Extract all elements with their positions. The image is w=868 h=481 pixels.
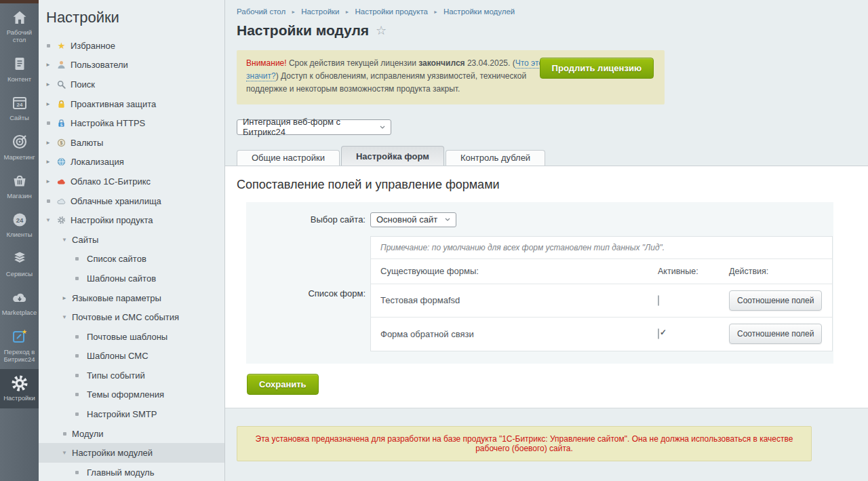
license-warning-text: Внимание! Срок действия текущей лицензии…	[246, 57, 561, 96]
gear-icon	[1, 374, 37, 392]
chevron-right-icon[interactable]: ►	[44, 140, 52, 146]
chevron-down-icon[interactable]: ▼	[60, 450, 68, 456]
sidebar-item-mail-sms-events[interactable]: ▼ Почтовые и СМС события	[39, 307, 224, 327]
form-name: Форма обратной связи	[380, 329, 658, 339]
rail-item-label: Marketplace	[2, 309, 37, 316]
sidebar-item-sms-templates[interactable]: Шаблоны СМС	[39, 347, 224, 366]
app-rail: Рабочий стол Контент 24 Сайты Маркетинг …	[0, 0, 39, 481]
sidebar-item-smtp-settings[interactable]: Настройки SMTP	[39, 404, 224, 424]
bullet-marker	[73, 374, 81, 377]
cloud-icon	[56, 197, 66, 206]
chevron-down-icon[interactable]: ▼	[60, 314, 68, 320]
rail-item-services[interactable]: Сервисы	[0, 245, 39, 284]
favorite-star-icon[interactable]: ☆	[376, 23, 387, 38]
home-icon	[1, 8, 37, 26]
sidebar-item-site-templates[interactable]: Шаблоны сайтов	[39, 269, 224, 288]
sidebar-item-https-settings[interactable]: S Настройка HTTPS	[39, 113, 224, 133]
chevron-down-icon[interactable]: ▼	[44, 217, 52, 223]
save-button[interactable]: Сохранить	[247, 374, 319, 395]
site-select[interactable]: Основной сайт	[370, 212, 456, 227]
sidebar-item-sites[interactable]: ▼ Сайты	[39, 230, 224, 250]
svg-text:S: S	[60, 123, 63, 127]
active-checkbox[interactable]	[658, 295, 659, 306]
section-title: Сопоставление полей и управление формами	[237, 178, 868, 192]
cloud-red-icon	[56, 177, 66, 186]
rail-item-sites[interactable]: 24 Сайты	[0, 89, 39, 128]
settings-sidebar: Настройки ★ Избранное ► Пользователи ► П…	[39, 0, 225, 481]
bullet-marker	[73, 412, 81, 416]
breadcrumb-link-desktop[interactable]: Рабочий стол	[237, 7, 285, 16]
bullet-marker	[44, 44, 52, 47]
svg-text:$: $	[60, 140, 63, 146]
svg-text:★: ★	[21, 328, 26, 335]
sidebar-item-language-params[interactable]: ► Языковые параметры	[39, 288, 224, 308]
bullet-marker	[73, 471, 81, 474]
field-mapping-button[interactable]: Соотношение полей	[729, 290, 822, 311]
bullet-marker	[73, 257, 81, 261]
tab-form-settings[interactable]: Настройка форм	[341, 146, 444, 166]
chevron-right-icon[interactable]: ►	[44, 159, 52, 165]
sidebar-item-localization[interactable]: ► Локализация	[39, 153, 224, 172]
rail-item-desktop[interactable]: Рабочий стол	[0, 3, 39, 50]
module-select[interactable]: Интеграция веб-форм с Битрикс24	[237, 119, 391, 135]
rail-item-label: Переход в Битрикс24	[3, 348, 35, 363]
sidebar-item-site-list[interactable]: Список сайтов	[39, 250, 224, 269]
rail-item-label: Рабочий стол	[7, 28, 32, 43]
sidebar-item-main-module[interactable]: Главный модуль	[39, 463, 224, 481]
sidebar-item-modules[interactable]: Модули	[39, 424, 224, 444]
sidebar-item-favorites[interactable]: ★ Избранное	[39, 36, 224, 56]
rail-item-marketplace[interactable]: Marketplace	[0, 284, 39, 322]
sidebar-item-themes[interactable]: Темы оформления	[39, 385, 224, 405]
chevron-right-icon[interactable]: ►	[60, 295, 68, 301]
rail-item-label: Магазин	[7, 192, 32, 199]
chevron-right-icon[interactable]: ►	[44, 81, 52, 88]
table-row: Форма обратной связи Соотношение полей	[371, 318, 832, 351]
chevron-down-icon[interactable]: ▼	[60, 237, 68, 243]
forms-list-label: Список форм:	[246, 288, 370, 299]
bullet-marker	[60, 432, 68, 436]
breadcrumb-link-settings[interactable]: Настройки	[301, 7, 339, 16]
form-panel: Выбор сайта: Основной сайт Список форм: …	[246, 202, 833, 364]
sidebar-item-users[interactable]: ► Пользователи	[39, 56, 224, 75]
rail-item-settings[interactable]: Настройки	[0, 369, 39, 408]
main-content: Рабочий стол ► Настройки ► Настройки про…	[225, 0, 868, 481]
forms-table-header: Существующие формы: Активные: Действия:	[371, 259, 832, 284]
breadcrumb-link-module-settings[interactable]: Настройки модулей	[443, 7, 515, 16]
sidebar-item-cloud-1c-bitrix[interactable]: ► Облако 1С-Битрикс	[39, 172, 224, 191]
sidebar-item-currencies[interactable]: ► $ Валюты	[39, 133, 224, 153]
bullet-marker	[73, 335, 81, 339]
chevron-right-icon[interactable]: ►	[44, 178, 52, 185]
rail-item-content[interactable]: Контент	[0, 50, 39, 89]
sidebar-item-proactive-protection[interactable]: ► Проактивная защита	[39, 94, 224, 114]
rail-item-bitrix24[interactable]: ★ Переход в Битрикс24	[0, 323, 39, 370]
bullet-marker	[73, 354, 81, 358]
tab-general-settings[interactable]: Общие настройки	[237, 150, 340, 166]
svg-text:24: 24	[16, 102, 22, 108]
rail-item-clients[interactable]: 24 Клиенты	[0, 206, 39, 244]
chevron-down-icon	[380, 126, 385, 129]
sidebar-item-mail-templates[interactable]: Почтовые шаблоны	[39, 327, 224, 347]
tab-duplicate-control[interactable]: Контроль дублей	[446, 150, 545, 166]
sidebar-item-cloud-storage[interactable]: Облачные хранилища	[39, 191, 224, 211]
forms-list-row: Список форм: Примечание: по умолчанию дл…	[246, 236, 833, 351]
chevron-right-icon[interactable]: ►	[44, 62, 52, 68]
sidebar-item-module-settings[interactable]: ▼ Настройки модулей	[39, 443, 224, 463]
lock-icon	[56, 100, 66, 109]
breadcrumb-link-product-settings[interactable]: Настройки продукта	[355, 7, 428, 16]
field-mapping-button[interactable]: Соотношение полей	[729, 324, 822, 344]
active-checkbox[interactable]	[658, 328, 659, 339]
sidebar-item-search[interactable]: ► Поиск	[39, 75, 224, 94]
renew-license-button[interactable]: Продлить лицензию	[540, 58, 654, 79]
chevron-right-icon[interactable]: ►	[44, 101, 52, 107]
rail-item-shop[interactable]: Магазин	[0, 167, 39, 206]
browser-24-icon: 24	[1, 94, 37, 112]
sidebar-item-event-types[interactable]: Типы событий	[39, 366, 224, 385]
rail-item-label: Настройки	[3, 394, 35, 402]
site-select-value: Основной сайт	[376, 214, 437, 225]
column-header-active: Активные:	[658, 267, 729, 276]
rail-item-label: Сайты	[9, 114, 29, 121]
bitrix24-icon: ★	[1, 328, 37, 346]
gear-small-icon	[56, 216, 66, 225]
rail-item-marketing[interactable]: Маркетинг	[0, 128, 39, 167]
sidebar-item-product-settings[interactable]: ▼ Настройки продукта	[39, 210, 224, 230]
